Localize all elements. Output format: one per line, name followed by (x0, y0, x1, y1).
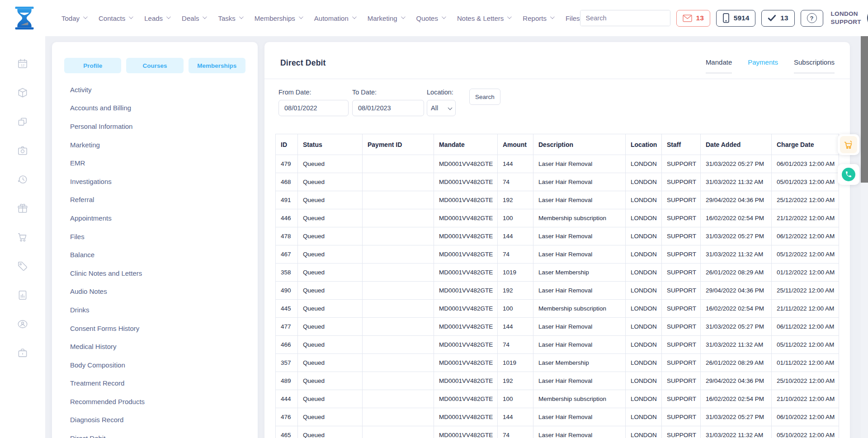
patient-section-item[interactable]: Recommended Products (52, 392, 258, 411)
patient-section-item[interactable]: Appointments (52, 209, 258, 227)
patient-section-item[interactable]: Accounts and Billing (52, 99, 258, 118)
patient-section-item[interactable]: Activity (52, 80, 258, 99)
cell-location: LONDON (626, 300, 662, 318)
patient-panel-tabs: Profile Courses Memberships (64, 58, 245, 73)
cell-charge-date: 05/12/2022 12:00 AM (772, 245, 839, 264)
patient-section-item[interactable]: Audio Notes (52, 283, 258, 301)
gift-icon[interactable] (17, 203, 28, 214)
tab-mandate[interactable]: Mandate (706, 58, 732, 73)
from-date-input[interactable] (278, 100, 349, 116)
cell-amount: 144 (498, 227, 533, 245)
page-scrollbar-track[interactable] (861, 34, 868, 438)
nav-item[interactable]: Quotes (416, 14, 445, 22)
price-tag-icon[interactable] (17, 260, 28, 272)
cell-mandate: MD0001VV482GTE (434, 227, 498, 245)
table-row[interactable]: 489 Queued MD0001VV482GTE 192 Laser Hair… (276, 372, 839, 390)
nav-item[interactable]: Memberships (255, 14, 302, 22)
cell-mandate: MD0001VV482GTE (434, 426, 498, 438)
cell-staff: SUPPORT (662, 155, 701, 173)
table-row[interactable]: 466 Queued MD0001VV482GTE 74 Laser Hair … (276, 336, 839, 354)
mail-notifications-badge[interactable]: 13 (676, 10, 710, 27)
patient-section-item[interactable]: Drinks (52, 301, 258, 319)
cell-id: 444 (276, 390, 298, 408)
table-row[interactable]: 490 Queued MD0001VV482GTE 192 Laser Hair… (276, 282, 839, 300)
briefcase-icon[interactable] (17, 347, 28, 359)
table-row[interactable]: 445 Queued MD0001VV482GTE 100 Membership… (276, 300, 839, 318)
payments-table: IDStatusPayment IDMandateAmountDescripti… (275, 134, 839, 438)
patient-section-item[interactable]: Referral (52, 191, 258, 209)
patient-section-item[interactable]: Medical History (52, 337, 258, 356)
report-icon[interactable] (17, 289, 28, 301)
table-row[interactable]: 444 Queued MD0001VV482GTE 100 Membership… (276, 390, 839, 408)
package-icon[interactable] (17, 87, 28, 99)
table-row[interactable]: 477 Queued MD0001VV482GTE 144 Laser Hair… (276, 318, 839, 336)
cell-payment-id (363, 408, 434, 426)
table-row[interactable]: 468 Queued MD0001VV482GTE 74 Laser Hair … (276, 173, 839, 191)
patient-section-item[interactable]: Clinic Notes and Letters (52, 264, 258, 283)
table-row[interactable]: 446 Queued MD0001VV482GTE 100 Membership… (276, 209, 839, 227)
column-header: Staff (662, 134, 701, 155)
nav-item[interactable]: Tasks (218, 14, 242, 22)
nav-item[interactable]: Marketing (368, 14, 404, 22)
table-row[interactable]: 467 Queued MD0001VV482GTE 74 Laser Hair … (276, 245, 839, 264)
filter-search-button[interactable]: Search (469, 89, 500, 105)
cell-payment-id (363, 318, 434, 336)
table-row[interactable]: 358 Queued MD0001VV482GTE 1019 Laser Mem… (276, 264, 839, 282)
page-scrollbar-thumb[interactable] (861, 35, 868, 183)
patient-section-item[interactable]: Balance (52, 245, 258, 264)
cell-status: Queued (298, 408, 363, 426)
patient-section-item[interactable]: EMR (52, 154, 258, 172)
camera-icon[interactable] (17, 145, 28, 156)
copy-icon[interactable] (17, 116, 28, 127)
patient-section-item[interactable]: Direct Debit (52, 429, 258, 438)
patient-section-item[interactable]: Personal Information (52, 117, 258, 136)
cell-amount: 192 (498, 372, 533, 390)
user-badge-icon[interactable] (17, 318, 28, 330)
nav-item[interactable]: Automation (314, 14, 355, 22)
cart-icon[interactable] (17, 231, 28, 243)
nav-item[interactable]: Notes & Letters (457, 14, 510, 22)
phone-fab-button[interactable] (838, 164, 859, 185)
cell-charge-date: 21/12/2022 12:00 AM (772, 209, 839, 227)
nav-item[interactable]: Deals (182, 14, 206, 22)
cell-date-added: 31/03/2022 05:27 PM (701, 318, 772, 336)
location-label: Location: (427, 89, 456, 96)
patient-section-item[interactable]: Marketing (52, 136, 258, 154)
cell-mandate: MD0001VV482GTE (434, 354, 498, 372)
cell-payment-id (363, 354, 434, 372)
nav-item[interactable]: Files (566, 14, 580, 22)
patient-section-item[interactable]: Body Composition (52, 356, 258, 374)
table-row[interactable]: 479 Queued MD0001VV482GTE 144 Laser Hair… (276, 155, 839, 173)
help-button[interactable]: ? (801, 10, 823, 27)
patient-section-item[interactable]: Diagnosis Record (52, 411, 258, 429)
tasks-done-badge[interactable]: 13 (761, 10, 794, 27)
tab-subscriptions[interactable]: Subscriptions (794, 58, 835, 73)
table-row[interactable]: 357 Queued MD0001VV482GTE 1019 Laser Mem… (276, 354, 839, 372)
sms-credit-badge[interactable]: 5914 (716, 10, 755, 27)
patient-tab[interactable]: Memberships (189, 58, 245, 73)
patient-section-item[interactable]: Treatment Record (52, 374, 258, 393)
search-input[interactable] (580, 10, 670, 26)
history-icon[interactable] (17, 174, 28, 185)
tab-payments[interactable]: Payments (748, 58, 778, 73)
nav-item[interactable]: Reports (523, 14, 553, 22)
patient-tab[interactable]: Courses (126, 58, 183, 73)
table-row[interactable]: 478 Queued MD0001VV482GTE 144 Laser Hair… (276, 227, 839, 245)
patient-section-item[interactable]: Investigations (52, 172, 258, 191)
patient-tab[interactable]: Profile (64, 58, 121, 73)
cart-fab-button[interactable] (838, 134, 859, 155)
to-date-input[interactable] (352, 100, 424, 116)
app-logo-hourglass-icon[interactable] (14, 5, 35, 31)
nav-item[interactable]: Contacts (99, 14, 132, 22)
table-row[interactable]: 476 Queued MD0001VV482GTE 144 Laser Hair… (276, 408, 839, 426)
patient-section-item[interactable]: Files (52, 227, 258, 246)
patient-section-item[interactable]: Consent Forms History (52, 319, 258, 338)
table-row[interactable]: 465 Queued MD0001VV482GTE 74 Laser Hair … (276, 426, 839, 438)
cell-status: Queued (298, 318, 363, 336)
nav-item[interactable]: Leads (144, 14, 170, 22)
location-select[interactable]: All (427, 100, 456, 116)
cell-amount: 74 (498, 336, 533, 354)
nav-item[interactable]: Today (61, 14, 86, 22)
calendar-icon[interactable]: 12 (17, 58, 28, 70)
table-row[interactable]: 491 Queued MD0001VV482GTE 192 Laser Hair… (276, 191, 839, 209)
